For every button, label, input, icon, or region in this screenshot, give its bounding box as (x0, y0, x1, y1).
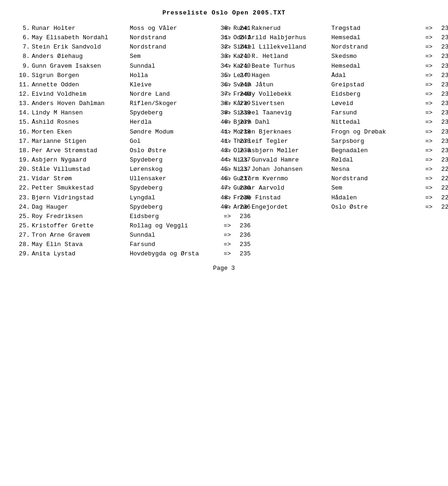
row-number: 34. (216, 62, 233, 71)
row-name: Guttorm Kvernmo (233, 174, 331, 183)
row-arrow: => (422, 203, 435, 212)
row-name: Lindy M Hansen (32, 108, 130, 118)
table-row: 23. Bjørn Vidringstad Lyngdal => 236 (14, 193, 211, 203)
row-club: Lyngdal (130, 193, 221, 203)
row-number: 45. (216, 165, 233, 174)
row-club: Nordstrand (331, 174, 422, 183)
row-number: 29. (14, 249, 32, 259)
row-name: Odd Arild Halbjørhus (233, 33, 331, 42)
row-name: Svein Jåtun (233, 80, 331, 90)
table-row: 46. Guttorm Kvernmo Nordstrand => 228 (216, 174, 434, 183)
row-club: Eidsberg (331, 90, 422, 99)
row-number: 28. (14, 240, 32, 249)
row-name: Marianne Stigen (32, 137, 130, 146)
table-row: 11. Annette Odden Kleive => 240 (14, 80, 211, 90)
row-arrow: => (422, 99, 435, 108)
row-number: 32. (216, 42, 233, 52)
table-row: 25. Kristoffer Grette Rollag og Veggli =… (14, 221, 211, 231)
row-club: Spydeberg (130, 155, 221, 165)
row-name: Karl R. Hetland (233, 52, 331, 61)
row-number: 49. (216, 203, 233, 212)
row-number: 22. (14, 183, 32, 193)
row-number: 25. (14, 221, 32, 231)
row-name: Dag Hauger (32, 203, 130, 212)
row-club: Begnadalen (331, 146, 422, 155)
row-number: 24. (14, 203, 32, 212)
row-score: 235 (435, 24, 448, 33)
row-score: 228 (435, 174, 448, 183)
row-number: 15. (14, 118, 32, 127)
row-number: 46. (216, 174, 233, 183)
row-arrow: => (422, 80, 435, 90)
row-club: Nordstrand (130, 33, 221, 42)
row-club: Nordstrand (331, 42, 422, 52)
row-arrow: => (422, 137, 435, 146)
row-club: Hovdebygda og Ørsta (130, 249, 221, 259)
table-row: 49. Arne Engejordet Oslo Østre => 227 (216, 203, 434, 212)
row-arrow: => (422, 193, 435, 203)
table-row: 13. Anders Hoven Dahlman Riflen/Skoger =… (14, 99, 211, 108)
row-name: Bjørn Dahl (233, 118, 331, 127)
row-name: Anders Hoven Dahlman (32, 99, 130, 108)
row-club: Hemsedal (331, 62, 422, 71)
table-row: 16. Morten Eken Søndre Modum => 238 (14, 127, 211, 137)
row-number: 17. (14, 137, 32, 146)
row-name: Anders Øiehaug (32, 52, 130, 61)
row-score: 232 (435, 108, 448, 118)
row-arrow: => (422, 174, 435, 183)
row-number: 35. (216, 71, 233, 80)
row-number: 37. (216, 90, 233, 99)
row-name: Rune Raknerud (233, 24, 331, 33)
row-arrow: => (422, 71, 435, 80)
row-club: Sunndal (130, 231, 221, 240)
row-club: Hådalen (331, 193, 422, 203)
row-arrow: => (422, 165, 435, 174)
row-club: Løveid (331, 99, 422, 108)
row-club: Ådal (331, 71, 422, 80)
row-arrow: => (422, 155, 435, 165)
row-name: Roy Fredriksen (32, 212, 130, 221)
page-title: Presseliste Oslo Open 2005.TXT (14, 9, 434, 16)
row-arrow: => (422, 118, 435, 127)
row-name: Nils Gunvald Hamre (233, 155, 331, 165)
row-club: Rollag og Veggli (130, 221, 221, 231)
content-area: 5. Runar Holter Moss og Våler => 241 6. … (14, 24, 434, 259)
table-row: 25. Roy Fredriksen Eidsberg => 236 (14, 212, 211, 221)
table-row: 38. Kåre Sivertsen Løveid => 233 (216, 99, 434, 108)
table-row: 48. Frode Finstad Hådalen => 228 (216, 193, 434, 203)
row-number: 36. (216, 80, 233, 90)
row-number: 41. (216, 137, 233, 146)
table-row: 15. Åshild Rosnes Herdla => 239 (14, 118, 211, 127)
table-row: 18. Per Arve Strømstad Oslo Østre => 238 (14, 146, 211, 155)
row-score: 234 (435, 62, 448, 71)
row-club: Hemsedal (331, 33, 422, 42)
row-arrow: => (422, 62, 435, 71)
row-number: 19. (14, 155, 32, 165)
row-name: Morten Bjerknaes (233, 127, 331, 137)
row-club: Nordre Land (130, 90, 221, 99)
row-club: Kleive (130, 80, 221, 90)
row-number: 27. (14, 231, 32, 240)
table-row: 34. Kari Beate Turhus Hemsedal => 234 (216, 62, 434, 71)
page-footer: Page 3 (14, 265, 434, 272)
row-score: 230 (435, 146, 448, 155)
row-number: 10. (14, 71, 32, 80)
table-row: 40. Bjørn Dahl Nittedal => 231 (216, 118, 434, 127)
row-score: 235 (435, 33, 448, 42)
table-row: 17. Marianne Stigen Gol => 238 (14, 137, 211, 146)
row-club: Lørenskog (130, 165, 221, 174)
row-name: Bjørn Vidringstad (32, 193, 130, 203)
row-club: Eidsberg (130, 212, 221, 221)
table-row: 41. Thorleif Tegler Sarpsborg => 231 (216, 137, 434, 146)
table-row: 37. Freddy Vollebekk Eidsberg => 233 (216, 90, 434, 99)
row-number: 13. (14, 99, 32, 108)
row-score: 229 (435, 165, 448, 174)
row-number: 47. (216, 183, 233, 193)
row-club: Spydeberg (130, 183, 221, 193)
row-club: Riflen/Skoger (130, 99, 221, 108)
row-club: Moss og Våler (130, 24, 221, 33)
row-name: Åshild Rosnes (32, 118, 130, 127)
table-row: 8. Anders Øiehaug Sem => 240 (14, 52, 211, 61)
row-name: Petter Smukkestad (32, 183, 130, 193)
row-name: Annette Odden (32, 80, 130, 90)
